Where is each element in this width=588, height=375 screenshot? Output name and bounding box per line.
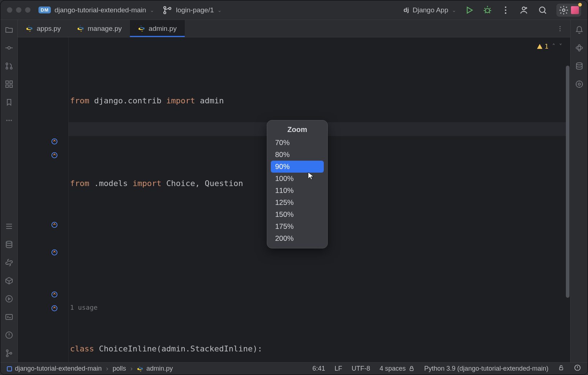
left-tool-rail [0,20,18,362]
svg-point-7 [522,7,525,10]
override-gutter-icon[interactable] [50,304,59,313]
run-config-name: Django App [413,6,448,14]
svg-point-8 [539,7,545,12]
svg-point-29 [560,28,561,29]
svg-point-0 [164,7,166,9]
tabs-more-icon[interactable] [550,20,570,37]
indent-setting[interactable]: 4 spaces [380,365,415,372]
svg-point-30 [560,30,561,31]
zoom-option-110[interactable]: 110% [267,185,327,197]
more-icon[interactable] [501,5,511,15]
svg-point-20 [11,120,12,121]
vcs-branch-selector[interactable]: login-page/1 ⌄ [162,5,222,15]
database-right-icon[interactable] [575,61,584,71]
zoom-option-100[interactable]: 100% [267,173,327,185]
zoom-option-125[interactable]: 125% [267,197,327,209]
database-tool-icon[interactable] [4,240,14,249]
commit-tool-icon[interactable] [4,43,14,53]
breadcrumb-folder[interactable]: polls [113,365,126,372]
svg-rect-14 [6,81,8,83]
python-console-icon[interactable] [4,258,14,267]
svg-point-39 [578,83,580,85]
notifications-tool-icon[interactable] [575,25,584,34]
line-separator[interactable]: LF [335,365,342,372]
bookmarks-tool-icon[interactable] [4,98,14,107]
zoom-option-90[interactable]: 90% [271,161,324,173]
svg-rect-16 [6,85,8,87]
more-tools-icon[interactable] [4,116,14,125]
code-with-me-icon[interactable] [519,5,529,15]
next-highlight-icon[interactable]: ˅ [559,40,562,53]
minimize-dot[interactable] [16,7,21,13]
override-gutter-icon[interactable] [50,221,59,230]
readonly-toggle-icon[interactable] [558,364,564,373]
endpoints-tool-icon[interactable] [575,79,584,89]
svg-point-40 [576,81,583,87]
svg-point-10 [8,47,10,49]
terminal-tool-icon[interactable] [4,312,14,322]
zoom-option-150[interactable]: 150% [267,209,327,221]
override-gutter-icon[interactable] [50,151,59,160]
override-gutter-icon[interactable] [50,248,59,257]
status-bar: django-tutorial-extended-main › polls › … [0,362,588,375]
chevron-down-icon: ⌄ [217,7,222,13]
file-encoding[interactable]: UTF-8 [352,365,370,372]
branch-icon [162,5,172,15]
zoom-option-70[interactable]: 70% [267,137,327,149]
pull-requests-icon[interactable] [4,61,14,71]
search-icon[interactable] [538,5,548,15]
override-gutter-icon[interactable] [50,137,59,146]
breadcrumb[interactable]: django-tutorial-extended-main › polls › … [7,365,173,372]
zoom-option-200[interactable]: 200% [267,232,327,244]
python-file-icon [138,25,145,32]
svg-point-18 [6,120,8,121]
ai-tool-icon[interactable] [575,43,584,53]
cursor-position[interactable]: 6:41 [313,365,325,372]
services-tool-icon[interactable] [4,294,14,304]
editor-gutter[interactable] [18,37,69,362]
tab-manage-py[interactable]: manage.py [69,20,130,37]
zoom-dot[interactable] [25,7,30,13]
tab-admin-py[interactable]: admin.py [130,20,185,37]
branch-name: login-page/1 [176,6,214,14]
breadcrumb-file[interactable]: admin.py [146,365,173,372]
debug-button[interactable] [482,5,493,15]
close-dot[interactable] [7,7,12,13]
run-button[interactable] [464,5,474,15]
project-selector[interactable]: DM django-tutorial-extended-main ⌄ [38,6,154,14]
svg-point-1 [164,12,166,14]
packages-tool-icon[interactable] [4,276,14,285]
tab-apps-py[interactable]: apps.py [18,20,69,37]
breadcrumb-root[interactable]: django-tutorial-extended-main [15,365,102,372]
override-gutter-icon[interactable] [50,290,59,299]
vcs-tool-icon[interactable] [4,349,14,358]
project-badge: DM [38,7,51,13]
usage-hint[interactable]: 1 usage [70,301,570,314]
svg-point-11 [6,63,8,65]
tab-label: apps.py [37,25,61,33]
problems-tool-icon[interactable] [4,330,14,340]
window-controls[interactable] [7,7,30,13]
chevron-down-icon: ⌄ [452,7,456,13]
svg-rect-17 [10,85,12,87]
svg-point-21 [6,241,12,243]
zoom-option-175[interactable]: 175% [267,221,327,232]
ai-assistant-icon[interactable] [571,6,579,14]
svg-rect-15 [10,81,12,83]
python-file-icon [137,366,143,372]
run-config-selector[interactable]: dj Django App ⌄ [404,6,456,14]
project-tool-icon[interactable] [4,25,14,34]
inspection-widget[interactable]: 1 ˄ ˅ [536,40,562,53]
svg-point-27 [10,353,12,354]
settings-button[interactable] [556,4,581,17]
svg-point-26 [6,355,8,357]
status-problems-icon[interactable] [574,364,581,373]
todo-tool-icon[interactable] [4,222,14,231]
python-interpreter[interactable]: Python 3.9 (django-tutorial-extended-mai… [424,365,548,372]
prev-highlight-icon[interactable]: ˄ [552,40,555,53]
tab-label: admin.py [149,25,177,33]
readonly-icon [408,365,415,372]
right-tool-rail [570,20,588,362]
structure-tool-icon[interactable] [4,79,14,89]
zoom-option-80[interactable]: 80% [267,149,327,161]
